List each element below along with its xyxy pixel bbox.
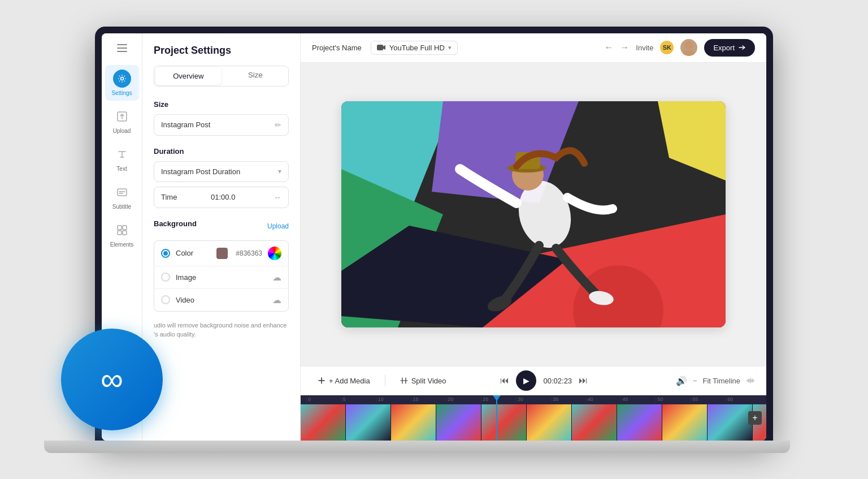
tab-size[interactable]: Size	[223, 66, 289, 86]
redo-icon[interactable]: →	[620, 42, 629, 53]
elements-icon	[113, 221, 131, 239]
elements-label: Elements	[110, 241, 134, 248]
canvas-area	[301, 63, 766, 366]
timeline-thumb	[662, 404, 708, 441]
timeline-thumb	[481, 404, 527, 441]
arrows-icon[interactable]: ↔	[274, 193, 281, 202]
background-upload-btn[interactable]: Upload	[267, 222, 289, 230]
color-option-label: Color	[176, 249, 211, 257]
ruler-mark: 15	[411, 398, 446, 402]
timeline-thumb	[527, 404, 572, 441]
ruler-mark: 30	[516, 398, 551, 402]
top-bar: Project's Name YouTube Full HD ▾	[301, 33, 766, 63]
ruler-mark: 20	[446, 398, 481, 402]
ruler-mark: 50	[656, 398, 691, 402]
ruler-marks: 0 5 10 15 20 25 30 35 40 45 50	[306, 398, 761, 402]
time-display: 00:02:23	[543, 377, 572, 385]
fit-timeline-label[interactable]: Fit Timeline	[703, 377, 740, 385]
edit-size-icon[interactable]: ✏	[275, 120, 281, 130]
background-options: Color #836363 Image ☁ Video	[154, 240, 289, 312]
svg-point-13	[682, 50, 696, 56]
subtitle-icon	[113, 183, 131, 201]
playback-bar: + Add Media Split Video ⏮ ▶ 0	[301, 366, 766, 395]
format-selector[interactable]: YouTube Full HD ▾	[371, 41, 458, 55]
volume-icon[interactable]: 🔊	[676, 376, 687, 386]
ruler-mark: 55	[691, 398, 726, 402]
svg-rect-0	[117, 44, 127, 45]
size-section-title: Size	[154, 100, 289, 109]
timeline-thumb	[617, 404, 662, 441]
settings-label: Settings	[111, 90, 132, 96]
skip-forward-icon[interactable]: ⏭	[579, 376, 588, 386]
svg-rect-11	[377, 45, 383, 50]
time-value: 01:00.0	[211, 193, 235, 201]
infinity-icon: ∞	[101, 361, 123, 398]
sidebar-item-upload[interactable]: Upload	[105, 103, 139, 139]
sidebar-item-elements[interactable]: Elements	[105, 217, 139, 252]
cloud-upload-icon[interactable]: ☁	[272, 272, 281, 283]
time-field[interactable]: Time 01:00.0 ↔	[154, 187, 289, 208]
export-button[interactable]: Export	[704, 39, 755, 57]
minus-icon[interactable]: −	[693, 377, 697, 385]
svg-rect-9	[123, 231, 127, 235]
ruler-mark: 0	[306, 398, 341, 402]
duration-section-title: Duration	[154, 147, 289, 156]
svg-rect-2	[117, 51, 127, 52]
project-name[interactable]: Project's Name	[312, 44, 362, 52]
timeline-thumb	[391, 404, 436, 441]
split-icon	[400, 377, 408, 385]
color-wheel-icon[interactable]	[268, 247, 281, 260]
settings-panel: Project Settings Overview Size Size Inst…	[142, 33, 301, 441]
size-field[interactable]: Instagram Post ✏	[154, 114, 289, 136]
user-initials-badge: SK	[660, 41, 674, 54]
waveform-icon	[746, 377, 755, 384]
bg-video-option[interactable]: Video ☁	[154, 289, 288, 311]
add-media-button[interactable]: + Add Media	[312, 373, 376, 389]
invite-button[interactable]: Invite	[636, 44, 653, 52]
menu-icon[interactable]	[112, 38, 132, 58]
main-content: Project's Name YouTube Full HD ▾	[301, 33, 766, 441]
ruler-mark: 35	[551, 398, 586, 402]
svg-rect-8	[118, 231, 121, 235]
duration-dropdown[interactable]: Instagram Post Duration ▾	[154, 161, 289, 182]
background-section-title: Background	[154, 219, 197, 228]
format-value: YouTube Full HD	[389, 44, 445, 52]
color-radio[interactable]	[161, 249, 170, 258]
color-hex-value: #836363	[236, 249, 262, 257]
video-option-label: Video	[176, 296, 267, 304]
bg-color-option[interactable]: Color #836363	[154, 241, 288, 266]
text-icon	[113, 145, 131, 163]
timeline-thumb	[708, 404, 753, 441]
ruler-mark: 10	[376, 398, 411, 402]
split-video-label: Split Video	[411, 377, 446, 385]
export-label: Export	[713, 44, 735, 52]
split-video-button[interactable]: Split Video	[394, 373, 452, 389]
sidebar-item-subtitle[interactable]: Subtitle	[105, 179, 139, 214]
divider	[385, 375, 385, 386]
sidebar-item-settings[interactable]: Settings	[105, 65, 139, 101]
bg-image-option[interactable]: Image ☁	[154, 266, 288, 289]
cloud-upload-icon-2[interactable]: ☁	[272, 295, 281, 305]
add-media-label: + Add Media	[329, 377, 370, 385]
upload-icon	[113, 107, 131, 126]
timeline-thumb	[436, 404, 481, 441]
tab-overview[interactable]: Overview	[155, 67, 222, 85]
size-value: Instagram Post	[161, 120, 210, 129]
timeline-track: 0 5 10 15 20 25 30 35 40 45 50	[301, 395, 766, 441]
timeline-thumb	[301, 404, 346, 441]
color-swatch[interactable]	[216, 248, 228, 259]
background-section-header: Background Upload	[154, 219, 289, 234]
image-option-label: Image	[176, 273, 267, 282]
image-radio[interactable]	[161, 273, 170, 282]
undo-icon[interactable]: ←	[604, 42, 613, 53]
app-logo: ∞	[61, 329, 163, 430]
sidebar-item-text[interactable]: Text	[105, 141, 139, 176]
skip-back-icon[interactable]: ⏮	[500, 376, 509, 386]
playhead[interactable]	[496, 395, 497, 441]
play-button[interactable]: ▶	[516, 370, 536, 391]
add-track-button[interactable]: +	[748, 411, 762, 425]
add-media-icon	[318, 377, 326, 385]
svg-point-3	[120, 77, 123, 80]
video-radio[interactable]	[161, 295, 170, 304]
tab-bar: Overview Size	[154, 66, 289, 87]
